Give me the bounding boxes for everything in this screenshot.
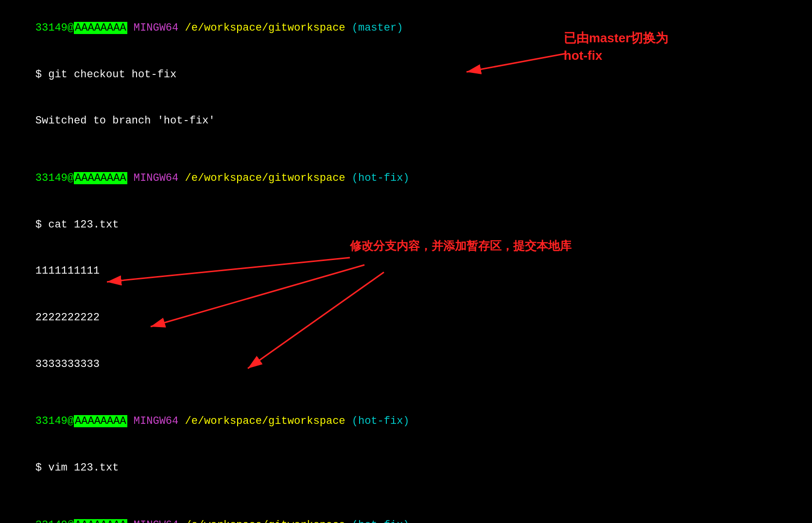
path-2: /e/workspace/gitworkspace xyxy=(185,172,345,184)
username-2: 33149@AAAAAAAA xyxy=(35,172,127,184)
prompt-line-2: 33149@AAAAAAAA MINGW64 /e/workspace/gitw… xyxy=(10,155,802,202)
path-1: /e/workspace/gitworkspace xyxy=(185,22,345,34)
output-line-4: 3333333333 xyxy=(10,341,802,388)
output-line-1: Switched to branch 'hot-fix' xyxy=(10,98,802,144)
mingw-1: MINGW64 xyxy=(134,22,178,34)
terminal-window: 33149@AAAAAAAA MINGW64 /e/workspace/gitw… xyxy=(10,5,802,523)
output-line-2: 1111111111 xyxy=(10,248,802,295)
blank-3 xyxy=(10,491,802,502)
output-line-3: 2222222222 xyxy=(10,295,802,341)
command-line-2: $ cat 123.txt xyxy=(10,202,802,248)
mingw-4: MINGW64 xyxy=(134,519,178,523)
branch-2: (hot-fix) xyxy=(352,172,410,184)
command-line-3: $ vim 123.txt xyxy=(10,445,802,491)
blank-1 xyxy=(10,144,802,155)
username-3: 33149@AAAAAAAA xyxy=(35,415,127,427)
username-1: 33149@AAAAAAAA xyxy=(35,22,127,34)
command-line-1: $ git checkout hot-fix xyxy=(10,52,802,98)
mingw-2: MINGW64 xyxy=(134,172,178,184)
blank-2 xyxy=(10,387,802,398)
branch-1: (master) xyxy=(352,22,403,34)
path-4: /e/workspace/gitworkspace xyxy=(185,519,345,523)
branch-4: (hot-fix) xyxy=(352,519,410,523)
branch-3: (hot-fix) xyxy=(352,415,410,427)
prompt-line-3: 33149@AAAAAAAA MINGW64 /e/workspace/gitw… xyxy=(10,398,802,445)
mingw-3: MINGW64 xyxy=(134,415,178,427)
prompt-line-4: 33149@AAAAAAAA MINGW64 /e/workspace/gitw… xyxy=(10,502,802,523)
prompt-line-1: 33149@AAAAAAAA MINGW64 /e/workspace/gitw… xyxy=(10,5,802,52)
path-3: /e/workspace/gitworkspace xyxy=(185,415,345,427)
username-4: 33149@AAAAAAAA xyxy=(35,519,127,523)
